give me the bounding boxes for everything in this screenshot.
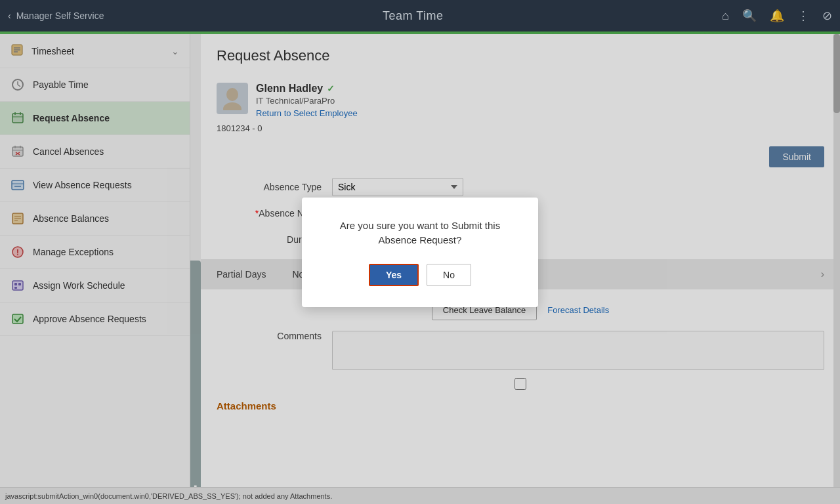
modal-overlay: Are you sure you want to Submit this Abs… — [0, 0, 840, 504]
modal-message: Are you sure you want to Submit this Abs… — [328, 219, 512, 248]
no-button[interactable]: No — [427, 264, 471, 286]
modal-buttons: Yes No — [328, 264, 512, 286]
yes-button[interactable]: Yes — [369, 264, 419, 286]
modal-box: Are you sure you want to Submit this Abs… — [302, 198, 538, 307]
